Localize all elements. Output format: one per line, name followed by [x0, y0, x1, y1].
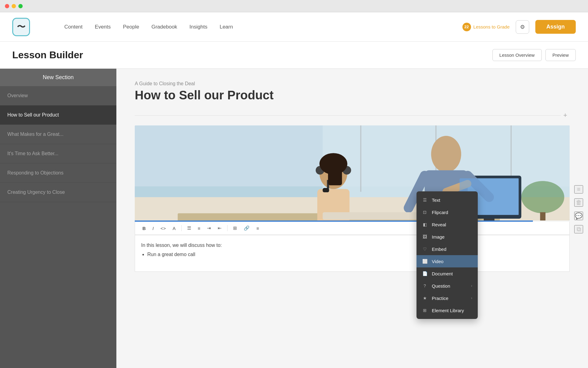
- document-icon: 📄: [422, 271, 428, 276]
- nav-insights[interactable]: Insights: [190, 24, 208, 30]
- dropdown-item-video[interactable]: ⬜ Video: [417, 255, 478, 267]
- page-header: Lesson Builder Lesson Overview Preview: [0, 42, 588, 69]
- svg-rect-20: [323, 188, 329, 192]
- sidebar-item-label: Overview: [7, 93, 28, 98]
- nav-links: Content Events People Gradebook Insights…: [64, 24, 462, 30]
- dropdown-item-label: Video: [432, 259, 443, 264]
- dropdown-item-reveal[interactable]: ◧ Reveal: [417, 218, 478, 231]
- bold-button[interactable]: B: [140, 224, 148, 232]
- italic-button[interactable]: I: [150, 224, 156, 232]
- svg-rect-26: [540, 212, 546, 220]
- nav-learn[interactable]: Learn: [220, 24, 233, 30]
- svg-rect-22: [328, 164, 342, 185]
- dropdown-item-flipcard[interactable]: ⊡ Flipcard: [417, 206, 478, 218]
- dropdown-item-image[interactable]: 🖼 Image: [417, 231, 478, 243]
- nav-gradebook[interactable]: Gradebook: [151, 24, 177, 30]
- logo-icon: 〜: [17, 21, 25, 33]
- sidebar-item-overview[interactable]: Overview: [0, 86, 116, 105]
- copy-icon[interactable]: ⧉: [574, 225, 583, 233]
- font-size-button[interactable]: A: [170, 224, 178, 232]
- lessons-count: 22: [462, 23, 471, 31]
- new-section-button[interactable]: New Section: [0, 69, 116, 86]
- sidebar-item-how-to-sell[interactable]: How to Sell our Product: [0, 105, 116, 125]
- outdent-button[interactable]: ⇤: [215, 224, 224, 232]
- indent-button[interactable]: ⇥: [205, 224, 213, 232]
- close-dot[interactable]: [5, 4, 9, 8]
- lesson-title: How to Sell our Product: [135, 88, 570, 102]
- preview-button[interactable]: Preview: [545, 49, 576, 61]
- minimize-dot[interactable]: [12, 4, 16, 8]
- library-icon: ⊞: [422, 308, 428, 313]
- nav-right: 22 Lessons to Grade ⚙ Assign: [462, 20, 576, 34]
- reveal-icon: ◧: [422, 222, 428, 227]
- dropdown-item-library[interactable]: ⊞ Element Library: [417, 304, 478, 316]
- toolbar-separator: [181, 225, 182, 231]
- sidebar-item-ask-better[interactable]: It's Time to Ask Better...: [0, 144, 116, 163]
- text-content-block[interactable]: In this lesson, we will discuss how to: …: [135, 235, 570, 272]
- divider-row: +: [135, 111, 570, 119]
- text-icon: ☰: [422, 197, 428, 203]
- align-button[interactable]: ≡: [254, 224, 262, 232]
- sidebar-item-what-makes[interactable]: What Makes for a Great...: [0, 125, 116, 144]
- svg-rect-3: [360, 125, 361, 192]
- comment-icon[interactable]: 💬: [574, 212, 583, 220]
- add-content-button[interactable]: +: [561, 111, 570, 119]
- dropdown-item-text[interactable]: ☰ Text: [417, 194, 478, 206]
- right-panel: ≡ 🗑 💬 ⧉: [574, 185, 583, 233]
- sidebar: New Section Overview How to Sell our Pro…: [0, 69, 116, 368]
- dropdown-item-label: Element Library: [432, 308, 464, 313]
- lessons-to-grade[interactable]: 22 Lessons to Grade: [462, 23, 510, 31]
- gear-icon: ⚙: [520, 24, 525, 30]
- question-icon: ?: [422, 283, 428, 289]
- maximize-dot[interactable]: [18, 4, 23, 8]
- dropdown-item-label: Image: [432, 234, 445, 240]
- menu-icon[interactable]: ≡: [574, 185, 583, 194]
- video-icon: ⬜: [422, 259, 428, 264]
- text-toolbar: B I <> A ☰ ≡ ⇥ ⇤ ⊞ 🔗 ≡: [135, 222, 570, 235]
- chevron-right-icon: ›: [471, 284, 472, 288]
- nav-content[interactable]: Content: [64, 24, 83, 30]
- plus-icon: +: [563, 111, 567, 119]
- dropdown-item-label: Question: [432, 283, 450, 289]
- body-bullet-1: Run a great demo call: [147, 252, 563, 257]
- sidebar-item-responding[interactable]: Responding to Objections: [0, 163, 116, 183]
- top-navigation: 〜 Content Events People Gradebook Insigh…: [0, 12, 588, 42]
- sidebar-item-label: Responding to Objections: [7, 170, 63, 175]
- image-icon: 🖼: [422, 234, 428, 240]
- practice-icon: ★: [422, 295, 428, 301]
- code-button[interactable]: <>: [158, 224, 168, 232]
- svg-rect-10: [484, 219, 495, 220]
- page-title: Lesson Builder: [12, 49, 83, 61]
- header-actions: Lesson Overview Preview: [492, 49, 576, 61]
- dropdown-item-question[interactable]: ? Question ›: [417, 280, 478, 292]
- chevron-right-icon: ›: [471, 296, 472, 300]
- lessons-label: Lessons to Grade: [473, 24, 510, 29]
- new-section-label: New Section: [7, 74, 109, 81]
- flipcard-icon: ⊡: [422, 209, 428, 215]
- content-type-dropdown: ☰ Text ⊡ Flipcard ◧ Reveal 🖼 Image ♡ Emb…: [417, 191, 478, 319]
- settings-button[interactable]: ⚙: [516, 20, 529, 34]
- nav-events[interactable]: Events: [95, 24, 111, 30]
- sidebar-item-creating-urgency[interactable]: Creating Urgency to Close: [0, 183, 116, 202]
- dropdown-item-practice[interactable]: ★ Practice ›: [417, 292, 478, 304]
- assign-button[interactable]: Assign: [535, 20, 576, 34]
- sidebar-item-label: How to Sell our Product: [7, 112, 59, 117]
- office-image: [135, 125, 570, 220]
- content-area: A Guide to Closing the Deal How to Sell …: [116, 69, 588, 368]
- dropdown-item-label: Embed: [432, 247, 447, 252]
- dropdown-item-document[interactable]: 📄 Document: [417, 267, 478, 280]
- table-button[interactable]: ⊞: [231, 224, 239, 232]
- bullet-list-button[interactable]: ☰: [185, 224, 194, 232]
- numbered-list-button[interactable]: ≡: [195, 224, 203, 232]
- link-button[interactable]: 🔗: [241, 224, 252, 232]
- dropdown-item-label: Practice: [432, 296, 448, 301]
- dropdown-item-embed[interactable]: ♡ Embed: [417, 243, 478, 255]
- svg-rect-24: [323, 212, 430, 220]
- body-intro: In this lesson, we will discuss how to:: [141, 243, 563, 248]
- dropdown-item-label: Text: [432, 197, 440, 203]
- delete-icon[interactable]: 🗑: [574, 198, 583, 207]
- sidebar-item-label: Creating Urgency to Close: [7, 190, 65, 195]
- lesson-overview-button[interactable]: Lesson Overview: [492, 49, 542, 61]
- lesson-subtitle: A Guide to Closing the Deal: [135, 81, 570, 86]
- nav-people[interactable]: People: [123, 24, 139, 30]
